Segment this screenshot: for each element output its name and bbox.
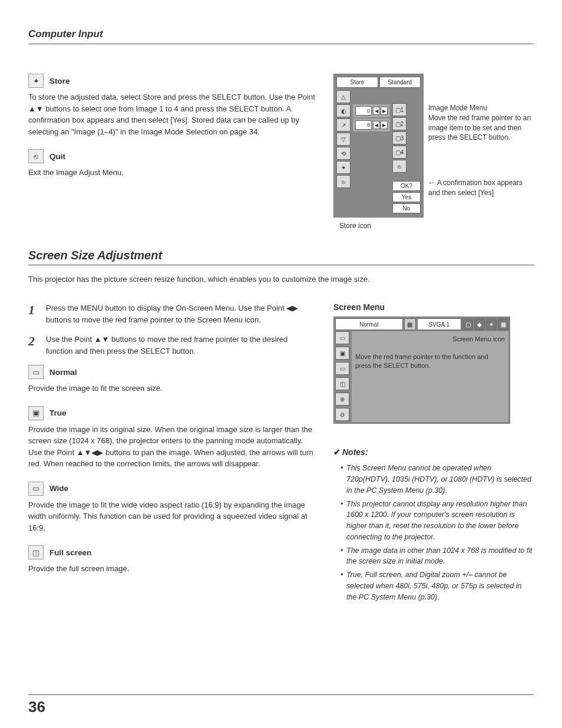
left-arrow-icon: ◀	[373, 121, 380, 129]
fullscreen-block: ◫ Full screen Provide the full screen im…	[28, 545, 316, 575]
store-diagram: Store Standard △ ◐ ↗ ▽ ⟲ ✦ ⎋	[333, 74, 424, 218]
normal-label: Normal	[49, 368, 77, 377]
screen-menu-heading: Screen Menu	[333, 302, 534, 312]
store-block: ✦ Store To store the adjusted data, sele…	[28, 74, 316, 137]
menu-tab3-icon: ✶	[486, 318, 497, 330]
image2-icon: ▢2	[392, 117, 406, 130]
screen-zoomp-icon: ⊕	[335, 393, 349, 406]
image3-icon: ▢3	[392, 131, 406, 144]
normal-icon: ▭	[28, 365, 44, 379]
note-item: The image data in other than 1024 x 768 …	[340, 545, 534, 568]
screen-menu-normal: Normal	[335, 318, 403, 330]
reset-icon: ⟲	[336, 147, 351, 160]
adjust-icon-1: ◐	[336, 104, 351, 117]
notes-heading: Notes:	[333, 447, 534, 457]
no-button: No	[392, 203, 421, 213]
step-body-2: Use the Point ▲▼ buttons to move the red…	[46, 334, 316, 357]
quit-body: Exit the Image Adjust Menu.	[28, 167, 316, 179]
callout-confirm: ← A confirmation box appears and then se…	[428, 178, 534, 198]
wide-label: Wide	[49, 484, 68, 493]
fullscreen-label: Full screen	[49, 548, 91, 557]
wide-icon: ▭	[28, 482, 44, 496]
quit-label: Quit	[49, 152, 65, 161]
yes-button: Yes	[392, 192, 421, 202]
screen-full-icon: ◫	[335, 377, 349, 390]
callout-image-mode: Image Mode MenuMove the red frame pointe…	[428, 103, 534, 143]
screen-menu-svga: SVGA 1	[417, 318, 461, 330]
image1-icon: ▢1	[392, 103, 406, 116]
scroll-down-icon: ▽	[336, 133, 351, 146]
quit-block: ⎋ Quit Exit the Image Adjust Menu.	[28, 149, 316, 179]
screen-wide-icon: ▭	[335, 362, 349, 375]
quit-icon: ⎋	[28, 149, 44, 163]
callout-store-icon: Store icon	[339, 221, 534, 231]
menu-icon: ▦	[404, 318, 416, 330]
page-header: Computer Input	[28, 28, 534, 44]
diagram-tab-standard: Standard	[379, 77, 421, 88]
wide-block: ▭ Wide Provide the image to fit the wide…	[28, 482, 316, 534]
exit-list-icon: ⎋	[392, 160, 406, 173]
exit-icon: ⎋	[336, 175, 351, 188]
step-2: 2 Use the Point ▲▼ buttons to move the r…	[28, 334, 316, 357]
true-body: Provide the image in its original size. …	[28, 424, 316, 470]
step-1: 1 Press the MENU button to display the O…	[28, 302, 316, 325]
note-item: True, Full screen, and Digital zoom +/– …	[340, 569, 534, 602]
normal-body: Provide the image to fit the screen size…	[28, 383, 316, 394]
screen-zoomm-icon: ⊖	[335, 408, 349, 421]
adjust-icon-2: ↗	[336, 118, 351, 131]
step-number-2: 2	[28, 334, 39, 357]
screen-normal-icon: ▭	[335, 331, 349, 344]
wide-body: Provide the image to fit the wide video …	[28, 499, 316, 534]
note-item: This projector cannot display any resolu…	[340, 499, 534, 543]
diagram-tab-store: Store	[336, 77, 378, 88]
value-1: 0	[355, 106, 372, 116]
image4-icon: ▢4	[392, 146, 406, 159]
step-body-1: Press the MENU button to display the On-…	[46, 302, 316, 325]
left-arrow-icon: ◀	[373, 107, 380, 115]
scroll-up-icon: △	[336, 90, 351, 103]
fullscreen-icon: ◫	[28, 545, 44, 559]
screen-menu-diagram: Normal ▦ SVGA 1 ▢ ◆ ✶ ▦ ▭ ▣ ▭ ◫ ⊕ ⊖ Scre…	[333, 317, 510, 424]
menu-tab1-icon: ▢	[462, 318, 473, 330]
right-arrow-icon: ▶	[381, 121, 388, 129]
store-body: To store the adjusted data, select Store…	[28, 91, 316, 137]
true-label: True	[49, 409, 67, 417]
ok-label: OK?	[392, 181, 421, 191]
screen-true-icon: ▣	[335, 347, 349, 360]
store-label: Store	[49, 77, 70, 85]
note-item: This Screen Menu cannot be operated when…	[340, 463, 534, 496]
page-number: 36	[28, 698, 45, 716]
value-2: 8	[355, 120, 372, 130]
fullscreen-body: Provide the full screen image.	[28, 563, 316, 575]
section-title: Screen Size Adjustment	[28, 249, 534, 265]
screen-menu-icon-label: Screen Menu icon	[355, 335, 505, 344]
section-intro: This projector has the picture screen re…	[28, 274, 534, 285]
normal-block: ▭ Normal Provide the image to fit the sc…	[28, 365, 316, 394]
screen-menu-move-label: Move the red frame pointer to the functi…	[355, 353, 505, 371]
step-number-1: 1	[28, 302, 39, 325]
true-icon: ▣	[28, 406, 44, 420]
true-block: ▣ True Provide the image in its original…	[28, 406, 316, 470]
menu-tab4-icon: ▦	[498, 318, 508, 330]
store-icon: ✦	[28, 74, 44, 88]
menu-tab2-icon: ◆	[474, 318, 485, 330]
right-arrow-icon: ▶	[381, 107, 388, 115]
notes-block: Notes: This Screen Menu cannot be operat…	[333, 447, 534, 602]
store-list-icon: ✦	[336, 161, 351, 174]
